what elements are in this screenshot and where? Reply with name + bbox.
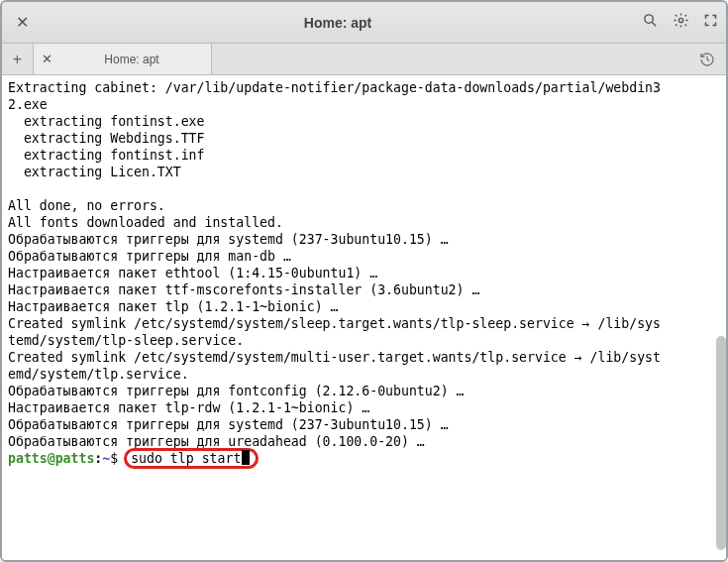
window-close-icon[interactable]: ✕ — [10, 11, 34, 35]
typed-command: sudo tlp start — [131, 451, 241, 466]
svg-line-1 — [652, 22, 656, 26]
command-highlight: sudo tlp start — [126, 450, 259, 467]
prompt-user: patts — [8, 451, 48, 466]
window-title: Home: apt — [34, 15, 642, 31]
scrollbar-thumb[interactable] — [716, 336, 726, 550]
tab-label: Home: apt — [60, 53, 203, 66]
scrollbar[interactable] — [714, 73, 726, 560]
svg-point-2 — [678, 18, 682, 22]
tabbar: + ✕ Home: apt — [2, 44, 726, 75]
terminal-output[interactable]: Extracting cabinet: /var/lib/update-noti… — [2, 75, 726, 560]
tab-home-apt[interactable]: ✕ Home: apt — [34, 44, 212, 74]
new-tab-button[interactable]: + — [2, 44, 34, 74]
history-icon[interactable] — [688, 44, 726, 74]
terminal-prompt: patts@patts:~$ — [8, 451, 126, 466]
search-icon[interactable] — [642, 12, 659, 33]
titlebar: ✕ Home: apt — [2, 2, 726, 44]
tab-close-icon[interactable]: ✕ — [42, 52, 52, 66]
fullscreen-icon[interactable] — [703, 13, 718, 32]
prompt-host: patts — [55, 451, 95, 466]
svg-point-0 — [645, 15, 654, 23]
gear-icon[interactable] — [673, 12, 689, 33]
prompt-symbol: $ — [110, 451, 118, 466]
text-cursor — [242, 450, 250, 465]
titlebar-actions — [642, 12, 718, 33]
